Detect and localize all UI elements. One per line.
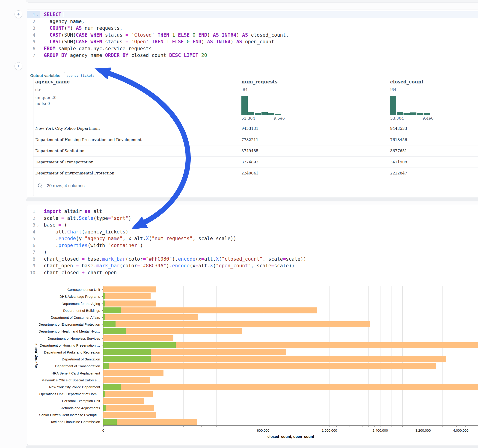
text-cursor: [64, 12, 64, 17]
y-tick: [102, 289, 103, 290]
line-number: 10: [30, 269, 35, 276]
y-axis-label: Department for the Aging: [27, 301, 100, 305]
table-cell: Department of Housing Preservation and D…: [35, 134, 142, 146]
line-number: 2: [33, 215, 35, 222]
x-tick: [456, 426, 457, 427]
open-count-bar: [103, 314, 105, 320]
table-cell: 3471908: [390, 157, 407, 168]
gridline: [299, 286, 299, 425]
line-number: 6: [33, 242, 35, 249]
add-cell-button[interactable]: +: [14, 10, 22, 18]
code-line[interactable]: 7GROUP BY agency_name ORDER BY closed_co…: [27, 52, 478, 59]
closed-count-bar: [103, 398, 144, 404]
y-tick: [102, 401, 103, 401]
x-axis-label: 3,200,000: [415, 428, 431, 432]
code-line[interactable]: 5 .encode(y="agency_name", x=alt.X("num_…: [27, 235, 478, 242]
x-axis-label: 1,600,000: [322, 428, 337, 432]
y-axis-label: Department of Housing Preservation …: [27, 343, 100, 347]
y-tick: [102, 311, 103, 311]
gridline: [433, 286, 433, 425]
table-row[interactable]: Department of Housing Preservation and D…: [33, 134, 478, 146]
previous-cell-edge: [26, 0, 478, 3]
closed-count-bar: [103, 377, 150, 383]
gridline: [343, 286, 343, 425]
gridline: [442, 286, 443, 425]
table-row[interactable]: New York City Police Department945313194…: [33, 123, 478, 134]
table-cell: 3677651: [390, 145, 407, 157]
x-axis-label: 4,000,000: [453, 428, 469, 432]
table-cell: 7618456: [390, 134, 407, 146]
closed-count-bar: [103, 286, 156, 292]
x-tick: [356, 426, 356, 427]
x-tick: [380, 426, 380, 427]
code-line[interactable]: 2scale = alt.Scale(type="sqrt"): [27, 215, 478, 222]
code-line[interactable]: 4 alt.Chart(agency_tickets): [27, 229, 478, 236]
code-line[interactable]: 3⌄base = (: [27, 222, 478, 229]
code-line[interactable]: 8chart_closed = base.mark_bar(color="#FF…: [27, 256, 478, 263]
code-line[interactable]: 6 .properties(width="container"): [27, 242, 478, 249]
gridline: [282, 286, 282, 425]
histogram-bar: [268, 113, 274, 115]
line-number: 4: [33, 229, 35, 236]
x-tick: [402, 426, 403, 427]
table-row[interactable]: Department of Environmental Protection22…: [33, 168, 478, 179]
line-number: 1: [33, 11, 35, 18]
closed-count-bar: [103, 307, 317, 313]
table-cell: New York City Police Department: [35, 123, 100, 134]
x-tick: [263, 426, 263, 427]
table-cell: 2240041: [241, 168, 258, 179]
closed-count-bar: [103, 293, 151, 299]
gridline: [470, 286, 470, 425]
code-line[interactable]: 5 CAST(SUM(CASE WHEN status = 'Open' THE…: [27, 38, 478, 45]
python-cell-card: 1import altair as alt2scale = alt.Scale(…: [27, 205, 478, 445]
x-tick: [374, 426, 375, 427]
x-tick: [418, 426, 418, 427]
code-line[interactable]: 1import altair as alt: [27, 208, 478, 215]
table-row[interactable]: Department of Sanitation37494853677651: [33, 145, 478, 157]
code-line[interactable]: 10chart_closed + chart_open: [27, 269, 478, 276]
add-cell-button[interactable]: +: [14, 62, 22, 70]
code-line[interactable]: 3 COUNT(*) AS num_requests,: [27, 25, 478, 32]
code-line[interactable]: 7): [27, 249, 478, 256]
python-editor[interactable]: 1import altair as alt2scale = alt.Scale(…: [27, 208, 478, 276]
sql-editor[interactable]: 1⌄SELECT2 agency_name,3 COUNT(*) AS num_…: [27, 11, 478, 59]
y-axis-label: Correspondence Unit: [27, 288, 100, 292]
code-line[interactable]: 4 CAST(SUM(CASE WHEN status = 'Closed' T…: [27, 32, 478, 39]
x-tick: [350, 426, 350, 427]
open-count-bar: [103, 405, 106, 411]
histogram-bar: [403, 113, 410, 115]
histogram-bar: [417, 113, 423, 115]
column-stat: nulls: 0: [35, 101, 50, 106]
y-axis-label: Operations Unit - Department of Hom…: [27, 392, 100, 396]
column-name: agency_name: [35, 79, 70, 85]
fold-caret-icon[interactable]: ⌄: [35, 11, 40, 18]
code-line[interactable]: 1⌄SELECT: [27, 11, 478, 18]
x-tick: [329, 426, 330, 427]
y-axis-title: agency_name: [34, 343, 38, 368]
y-axis-label: Department of Transportation: [27, 364, 100, 368]
table-row[interactable]: Department of Transportation377489234719…: [33, 156, 478, 168]
y-axis-label: Department of Buildings: [27, 308, 100, 312]
open-count-bar: [103, 293, 105, 299]
y-axis-label: Department of Sanitation: [27, 357, 100, 361]
code-line[interactable]: 6FROM sample_data.nyc.service_requests: [27, 45, 478, 52]
table-cell: 9453131: [241, 123, 258, 134]
gridline: [413, 286, 413, 425]
x-tick: [386, 426, 386, 427]
code-line[interactable]: 2 agency_name,: [27, 18, 478, 25]
y-tick: [102, 373, 103, 373]
y-tick: [102, 345, 103, 345]
y-axis-label: New York City Police Department: [27, 385, 100, 389]
x-tick: [307, 426, 307, 427]
line-number: 1: [33, 208, 35, 215]
search-icon[interactable]: [37, 183, 43, 190]
gridline: [315, 286, 315, 425]
code-line[interactable]: 9chart_open = base.mark_bar(color="#8BC3…: [27, 262, 478, 269]
table-cell: Department of Transportation: [35, 157, 93, 168]
fold-caret-icon[interactable]: ⌄: [35, 222, 40, 229]
cell-divider: [26, 198, 478, 201]
y-axis-label: Personal Exemption Unit: [27, 399, 100, 403]
x-tick: [428, 426, 428, 427]
open-count-bar: [103, 300, 105, 306]
closed-count-bar: [103, 391, 153, 397]
